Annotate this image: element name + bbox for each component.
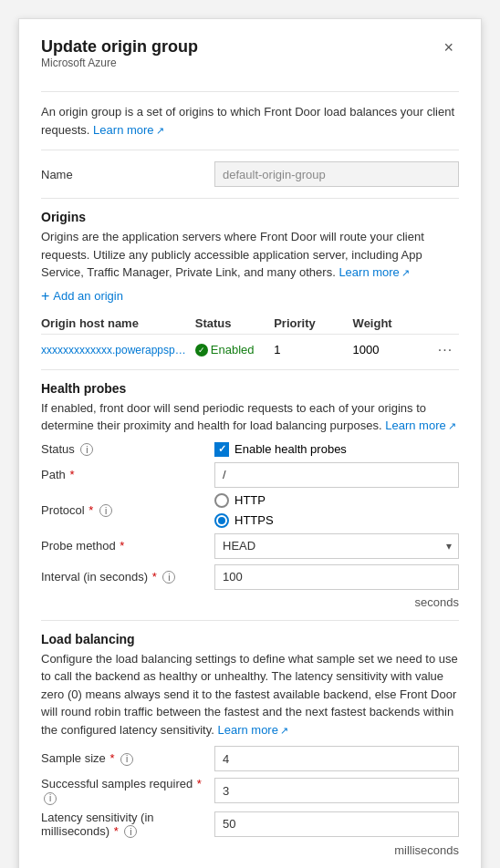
successful-samples-info-icon: i [44, 792, 57, 805]
latency-label-text: Latency sensitivity (in milliseconds) [41, 811, 154, 838]
latency-required-star: * [114, 824, 119, 838]
health-probes-desc-text: If enabled, front door will send periodi… [41, 401, 426, 433]
col-actions [432, 316, 459, 330]
name-input[interactable] [214, 161, 459, 187]
header-divider [41, 91, 459, 92]
enable-health-probes-checkbox-group: ✓ Enable health probes [214, 442, 347, 457]
table-row: xxxxxxxxxxxxx.powerappsportals.com ✓ Ena… [41, 338, 459, 362]
probe-method-label-text: Probe method [41, 539, 116, 553]
latency-input[interactable] [214, 811, 459, 837]
status-label-text: Status [41, 442, 75, 456]
intro-learn-more-link[interactable]: Learn more↗ [93, 123, 163, 137]
successful-samples-label: Successful samples required * i [41, 777, 214, 805]
path-label: Path * [41, 468, 214, 481]
latency-suffix: milliseconds [41, 843, 459, 857]
successful-samples-row: Successful samples required * i [41, 777, 459, 805]
sample-size-label-text: Sample size [41, 751, 106, 765]
status-text: Enabled [211, 343, 255, 356]
health-probes-title: Health probes [41, 381, 459, 396]
status-info-icon: i [80, 443, 93, 456]
probe-method-label: Probe method * [41, 539, 214, 553]
origin-host-value: xxxxxxxxxxxxx.powerappsportals.com [41, 344, 192, 356]
probe-method-row: Probe method * HEAD GET ▾ [41, 533, 459, 559]
health-probes-divider [41, 620, 459, 621]
load-balancing-description: Configure the load balancing settings to… [41, 650, 459, 739]
http-radio-outer [214, 493, 229, 508]
panel-subtitle: Microsoft Azure [41, 57, 198, 69]
sample-size-row: Sample size * i [41, 746, 459, 771]
close-button[interactable]: × [438, 37, 459, 57]
load-balancing-title: Load balancing [41, 632, 459, 646]
name-field-row: Name [41, 161, 459, 187]
enable-health-probes-checkbox[interactable]: ✓ [214, 442, 229, 457]
health-probes-external-icon: ↗ [448, 418, 456, 434]
intro-description: An origin group is a set of origins to w… [41, 103, 459, 139]
origins-external-icon: ↗ [401, 265, 410, 281]
latency-row: Latency sensitivity (in milliseconds) * … [41, 811, 459, 839]
path-input[interactable] [214, 462, 459, 488]
interval-suffix: seconds [41, 595, 459, 609]
status-dot-icon: ✓ [195, 344, 208, 356]
sample-size-input[interactable] [214, 746, 459, 771]
intro-learn-more-text: Learn more [93, 123, 153, 137]
https-radio-inner [218, 517, 225, 524]
protocol-radio-group: HTTP HTTPS [214, 493, 274, 528]
name-divider [41, 198, 459, 199]
path-label-text: Path [41, 468, 66, 481]
interval-label-text: Interval (in seconds) [41, 570, 148, 584]
origin-status-value: ✓ Enabled [195, 343, 270, 356]
probe-method-select-wrapper: HEAD GET ▾ [214, 533, 459, 559]
add-origin-button[interactable]: + Add an origin [41, 289, 123, 304]
path-required-star: * [69, 468, 74, 481]
protocol-info-icon: i [99, 504, 112, 517]
origin-priority-value: 1 [274, 343, 349, 356]
health-probe-status-row: Status i ✓ Enable health probes [41, 442, 459, 457]
intro-external-icon: ↗ [156, 123, 164, 139]
panel-title: Update origin group [41, 37, 198, 57]
protocol-label-text: Protocol [41, 503, 85, 517]
latency-label: Latency sensitivity (in milliseconds) * … [41, 811, 214, 839]
health-probes-learn-more-text: Learn more [385, 418, 445, 432]
sample-size-info-icon: i [120, 753, 133, 766]
col-priority: Priority [274, 316, 349, 330]
protocol-required-star: * [89, 503, 93, 517]
origin-weight-value: 1000 [353, 343, 428, 356]
probe-method-required-star: * [120, 539, 124, 553]
protocol-row: Protocol * i HTTP HTTPS [41, 493, 459, 528]
health-probes-description: If enabled, front door will send periodi… [41, 399, 459, 435]
sample-size-label: Sample size * i [41, 751, 214, 766]
interval-label: Interval (in seconds) * i [41, 570, 214, 584]
origins-learn-more-link[interactable]: Learn more↗ [339, 265, 409, 279]
col-weight: Weight [353, 316, 428, 330]
https-radio-label: HTTPS [234, 513, 274, 527]
https-radio-outer [214, 513, 229, 528]
successful-samples-input[interactable] [214, 778, 459, 803]
http-radio-label: HTTP [234, 493, 266, 507]
protocol-https-option[interactable]: HTTPS [214, 513, 274, 528]
path-row: Path * [41, 462, 459, 488]
col-host: Origin host name [41, 316, 192, 330]
add-icon: + [41, 289, 49, 304]
protocol-http-option[interactable]: HTTP [214, 493, 274, 508]
load-balancing-external-icon: ↗ [280, 723, 288, 739]
origin-actions-button[interactable]: ··· [432, 342, 459, 358]
panel-titles: Update origin group Microsoft Azure [41, 37, 198, 80]
origins-divider [41, 369, 459, 370]
name-label: Name [41, 168, 214, 181]
checkbox-check-icon: ✓ [218, 443, 226, 455]
successful-samples-label-text: Successful samples required [41, 777, 193, 790]
health-probes-learn-more-link[interactable]: Learn more↗ [385, 418, 455, 432]
panel-header: Update origin group Microsoft Azure × [41, 37, 459, 80]
sample-size-required-star: * [109, 751, 114, 765]
intro-divider [41, 150, 459, 150]
interval-input[interactable] [214, 564, 459, 590]
probe-method-select[interactable]: HEAD GET [214, 533, 459, 559]
origins-learn-more-text: Learn more [339, 265, 399, 279]
origins-table-header: Origin host name Status Priority Weight [41, 313, 459, 335]
load-balancing-learn-more-link[interactable]: Learn more↗ [217, 723, 287, 737]
enable-health-probes-label: Enable health probes [234, 442, 347, 456]
add-origin-label: Add an origin [53, 289, 123, 303]
col-status: Status [195, 316, 270, 330]
update-origin-group-panel: Update origin group Microsoft Azure × An… [18, 18, 482, 868]
origins-section-title: Origins [41, 210, 459, 224]
